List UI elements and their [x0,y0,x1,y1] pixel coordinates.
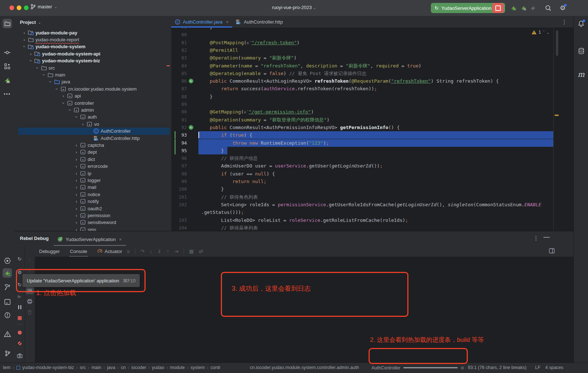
force-step-into-icon[interactable]: ⇓ [158,248,162,254]
code-line-90[interactable]: 90 @GetMapping(⊕ˇ"/get-permission-info") [171,108,553,116]
commit-tool-icon[interactable] [3,48,12,57]
git-tool-icon[interactable] [3,349,12,358]
chevron-collapsed-icon[interactable]: › [74,171,79,176]
tab-debugger[interactable]: Debugger [35,246,64,257]
run-to-cursor-icon[interactable]: ⇥ [174,248,178,254]
code-line-91[interactable]: 91 @Operation(summary = "获取登录用户的权限信息") [171,116,553,124]
code-line-wrap[interactable]: .getStatus())); [171,208,553,216]
view-breakpoints-button[interactable] [16,328,24,336]
chevron-expanded-icon[interactable]: › [67,107,73,112]
breadcrumbs[interactable]: tem›yudao-module-system-biz›src›main›jav… [3,365,220,370]
jrebel-run-icon[interactable] [510,4,517,12]
tab-authcontroller-http[interactable]: API AuthController.http [232,16,286,28]
chevron-collapsed-icon[interactable]: › [74,157,79,162]
tree-row-captcha[interactable]: ›captcha [14,141,171,149]
line-ending[interactable]: LF [535,365,541,370]
jrebel-panel-icon[interactable]: JR [3,75,12,85]
chevron-collapsed-icon[interactable]: › [74,149,79,155]
tree-row-main[interactable]: ›main [14,71,171,78]
indent-setting[interactable]: 4 spaces [545,365,563,370]
code-line-100[interactable]: 100 } [171,185,553,193]
jrebel-disabled-icon[interactable] [529,4,537,12]
tree-row-dict[interactable]: ›dict [14,156,171,163]
code-line-94[interactable]: 94 throw new RuntimeException("123"); [171,139,553,147]
tree-row-dept[interactable]: ›dept [14,149,171,156]
tree-row-api[interactable]: ›api [14,92,171,100]
chevron-expanded-icon[interactable]: › [48,79,53,84]
warnings-tool-icon[interactable] [3,329,12,339]
chevron-collapsed-icon[interactable]: › [74,220,79,225]
rerun-button[interactable]: ↻ [16,255,24,263]
run-tool-window-icon[interactable] [3,256,12,265]
chevron-expanded-icon[interactable]: › [74,115,79,120]
chevron-expanded-icon[interactable]: › [22,44,27,49]
caret-position[interactable]: 93:1 (76 chars, 2 line breaks) [468,365,526,370]
code-line-80[interactable]: 80 [171,31,553,38]
tree-row-yudao-module-system[interactable]: ›yudao-module-system [14,43,171,50]
resume-button[interactable]: ▶ [16,292,24,300]
debug-session-tab[interactable]: YudaoServerApplication × [54,234,125,244]
tree-row-cn.iocoder.yudao.module.system[interactable]: ›cn.iocoder.yudao.module.system [14,85,171,92]
scroll-up-icon[interactable]: ↑ [26,256,34,264]
code-line-92[interactable]: 92↻ public CommonResult<AuthPermissionIn… [171,124,553,131]
screenshot-button[interactable] [16,352,24,360]
chevron-collapsed-icon[interactable]: › [74,142,79,148]
tree-row-sensitiveword[interactable]: ›sensitiveword [14,219,171,226]
chevron-collapsed-icon[interactable]: › [22,30,27,36]
prev-issue-icon[interactable]: ˆ [543,30,544,34]
code-line-104[interactable]: 104 // 获得菜单列表 [171,224,553,231]
tree-row-yudao-module-report[interactable]: ›yudao-module-report [14,36,171,43]
breadcrumb-item[interactable]: contr [210,365,220,370]
tab-actuator[interactable]: Actuator [93,246,126,257]
tree-row-permission[interactable]: ›permission [14,212,171,219]
layout-menu-icon[interactable]: ≡ [127,248,130,254]
code-line-88[interactable]: 88 } [171,93,553,100]
more-tools-icon[interactable]: ••• [3,89,12,99]
breadcrumb-item[interactable]: yudao-module-system-biz [22,365,74,370]
chevron-collapsed-icon[interactable]: › [74,213,79,218]
chevron-expanded-icon[interactable]: › [61,100,66,105]
hot-reload-gutter-icon[interactable]: ↻ [189,79,193,83]
tree-row-src[interactable]: ›src [14,64,171,71]
tree-row-ip[interactable]: ›ip [14,170,171,177]
code-line-86[interactable]: 86↻ public CommonResult<AuthLoginRespVO>… [171,77,553,85]
close-session-icon[interactable]: × [119,237,122,242]
pause-button[interactable] [16,303,24,311]
code-line-89[interactable]: 89 [171,100,553,108]
settings-gear-icon[interactable]: ⚙ [559,4,566,12]
jrebel-debug-icon[interactable] [520,4,527,12]
mute-breakpoints-button[interactable] [16,339,24,347]
code-line-84[interactable]: 84 @Parameter(name = "refreshToken", des… [171,62,553,70]
code-line-85[interactable]: 85 @OperateLog(enable = false) // 避免 Pos… [171,70,553,77]
next-issue-icon[interactable]: ⌄ [547,30,550,34]
tree-row-yudao-module-system-api[interactable]: ›yudao-module-system-api [14,50,171,57]
tab-options-icon[interactable]: ⋮ [562,19,567,25]
breadcrumb-item[interactable]: system [190,365,205,370]
rebel-debug-tool-icon[interactable] [3,268,12,278]
code-line-102[interactable]: 102 Set<Long> roleIds = permissionServic… [171,201,553,208]
chevron-expanded-icon[interactable]: › [41,72,47,77]
chevron-collapsed-icon[interactable]: › [74,163,79,169]
chevron-collapsed-icon[interactable]: › [74,178,79,183]
breadcrumb-item[interactable]: java [107,365,115,370]
maven-icon[interactable]: m [577,70,585,78]
tree-row-notify[interactable]: ›notify [14,198,171,205]
step-out-icon[interactable]: ↑ [167,248,169,254]
tree-row-java[interactable]: ›java [14,78,171,86]
breadcrumb-item[interactable]: yudao [152,365,164,370]
code-line-99[interactable]: 99 return null; [171,178,553,185]
chevron-collapsed-icon[interactable]: › [74,206,79,211]
breadcrumb-item[interactable]: iocoder [131,365,146,370]
stop-process-button[interactable] [16,314,24,322]
code-editor[interactable]: 79 }8081 @PostMapping(⊕ˇ"/refresh-token"… [171,28,553,231]
code-line-97[interactable]: 97 AdminUserDO user = userService.getUse… [171,162,553,170]
url-globe-inlay-icon[interactable]: ⊕ˇ [247,41,251,45]
inspection-widget[interactable]: 1 ˆ ⌄ [532,30,550,35]
chevron-collapsed-icon[interactable]: › [74,192,79,197]
tree-row-vo[interactable]: ›vo [14,120,171,128]
tree-row-AuthController.http[interactable]: APIAuthController.http [14,134,171,142]
trace-icon[interactable]: ⇄ [199,248,203,254]
chevron-collapsed-icon[interactable]: › [74,227,79,231]
panel-options-icon[interactable]: ⋮ [533,235,539,241]
print-button[interactable] [26,297,34,305]
